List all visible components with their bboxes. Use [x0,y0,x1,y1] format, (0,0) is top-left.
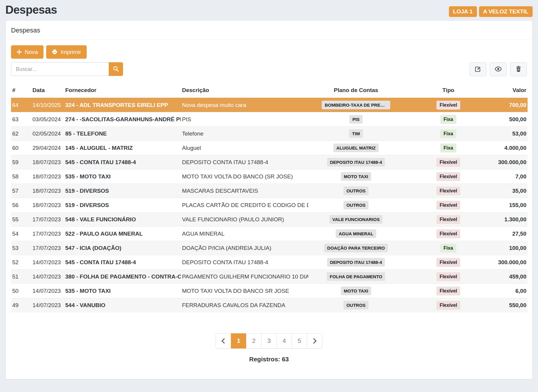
cell-value: 1.300,00 [493,212,528,227]
pagination: 12345 [216,333,322,349]
type-badge: Fixa [440,144,456,153]
cell-date: 18/07/2023 [31,184,64,198]
column-header-date: Data [31,85,64,98]
store-badge[interactable]: LOJA 1 [449,6,477,17]
cell-id: 63 [11,112,31,127]
cell-plan: DEPOSITO ITAU 17488-4 [308,255,404,270]
table-row[interactable]: 6303/05/2024274 - -SACOLITAS-GARANHUNS-A… [11,112,528,127]
table-row[interactable]: 5718/07/2023519 - DIVERSOSMASCARAS DESCA… [11,184,528,198]
pagination-page-5[interactable]: 5 [292,333,307,349]
new-button[interactable]: Nova [11,45,43,59]
table-row[interactable]: 5014/07/2023535 - MOTO TAXIMOTO TAXI VOL… [11,284,528,298]
plan-badge: ALUGUEL MATRIZ [333,144,379,152]
table-header-row: # Data Fornecedor Descrição Plano de Con… [11,85,528,98]
pagination-page-3[interactable]: 3 [261,333,277,349]
cell-value: 4.000,00 [493,141,528,155]
search-group [11,62,123,76]
page: Despesas LOJA 1A VELOZ TEXTIL Despesas N… [0,0,538,379]
cell-id: 62 [11,127,31,141]
cell-supplier: 545 - CONTA ITAU 17488-4 [64,255,181,270]
cell-value: 35,00 [493,184,528,198]
cell-date: 29/04/2024 [31,141,64,155]
cell-type: Flexível [404,184,493,198]
cell-value: 155,00 [493,198,528,212]
table-row[interactable]: 6202/05/202485 - TELEFONETelefoneTIMFixa… [11,127,528,141]
cell-supplier: 85 - TELEFONE [64,127,181,141]
cell-description: Aluguel [181,141,308,155]
cell-plan: FOLHA DE PAGAMENTO [308,270,404,284]
pagination-page-2[interactable]: 2 [246,333,262,349]
cell-date: 14/07/2023 [31,298,64,312]
table-row[interactable]: 6414/10/2025324 - ADL TRANSPORTES EIRELI… [11,98,528,112]
cell-description: PAGAMENTO GUILHERM FUNCIONARIO 10 DIAS [181,270,308,284]
cell-date: 14/10/2025 [31,98,64,112]
cell-date: 18/07/2023 [31,198,64,212]
table-row[interactable]: 5618/07/2023519 - DIVERSOSPLACAS CARTÃO … [11,198,528,212]
search-icon [113,66,119,73]
cell-plan: DEPOSITO ITAU 17488-4 [308,155,404,169]
cell-date: 18/07/2023 [31,155,64,169]
cell-id: 56 [11,198,31,212]
print-button[interactable]: Imprimir [46,45,87,59]
table-row[interactable]: 6029/04/2024145 - ALUGUEL - MATRIZAlugue… [11,141,528,155]
cell-supplier: 274 - -SACOLITAS-GARANHUNS-ANDRÉ PH… [64,112,181,127]
card-body: Nova Imprimir [6,40,532,368]
edit-button[interactable] [469,62,486,76]
cell-plan: MOTO TAXI [308,169,404,184]
type-badge: Flexível [436,201,461,210]
plan-badge: DEPOSITO ITAU 17488-4 [327,158,385,167]
pencil-square-icon [475,66,481,73]
search-input[interactable] [11,62,109,76]
type-badge: Flexível [436,172,461,181]
cell-plan: MOTO TAXI [308,284,404,298]
cell-date: 14/07/2023 [31,270,64,284]
pagination-next[interactable] [307,333,322,349]
cell-value: 6,00 [493,284,528,298]
cell-plan: PIS [308,112,404,127]
table-row[interactable]: 4914/07/2023544 - VANUBIOFERRADURAS CAVA… [11,298,528,312]
search-button[interactable] [109,62,123,76]
cell-type: Flexível [404,198,493,212]
table-row[interactable]: 5918/07/2023545 - CONTA ITAU 17488-4DEPO… [11,155,528,169]
new-button-label: Nova [25,49,38,55]
type-badge: Flexível [436,186,461,195]
view-button[interactable] [490,62,507,76]
table-row[interactable]: 5818/07/2023535 - MOTO TAXIMOTO TAXI VOL… [11,169,528,184]
table-row[interactable]: 5417/07/2023522 - PAULO AGUA MNERALAGUA … [11,227,528,241]
table-row[interactable]: 5317/07/2023547 - ICIA (DOAÇÃO)DOAÇÃO P/… [11,241,528,255]
pagination-prev[interactable] [216,333,231,349]
cell-date: 03/05/2024 [31,112,64,127]
cell-date: 18/07/2023 [31,169,64,184]
pagination-page-1[interactable]: 1 [231,333,246,349]
cell-description: FERRADURAS CAVALOS DA FAZENDA [181,298,308,312]
table-row[interactable]: 5114/07/2023380 - FOLHA DE PAGAMENTO - C… [11,270,528,284]
pagination-page-4[interactable]: 4 [276,333,292,349]
delete-button[interactable] [510,62,527,76]
column-header-id: # [11,85,31,98]
type-badge: Flexível [436,101,461,110]
chevron-left-icon [221,338,227,343]
printer-icon [52,49,57,55]
cell-type: Flexível [404,155,493,169]
plan-badge: MOTO TAXI [341,287,371,295]
table-row[interactable]: 5214/07/2023545 - CONTA ITAU 17488-4DEPO… [11,255,528,270]
search-row [11,62,527,76]
cell-description: MOTO TAXI VOLTA DO BANCO (SR JOSE) [181,169,308,184]
eye-icon [495,66,502,72]
table-row[interactable]: 5517/07/2023548 - VALE FUNCIONÁRIOVALE F… [11,212,528,227]
plan-badge: OUTROS [343,201,368,209]
cell-id: 49 [11,298,31,312]
cell-description: PIS [181,112,308,127]
cell-supplier: 545 - CONTA ITAU 17488-4 [64,155,181,169]
cell-id: 57 [11,184,31,198]
cell-type: Flexível [404,169,493,184]
cell-value: 53,00 [493,127,528,141]
type-badge: Flexível [436,258,461,267]
store-badge[interactable]: A VELOZ TEXTIL [479,6,533,17]
cell-value: 100,00 [493,241,528,255]
type-badge: Fixa [440,115,456,124]
cell-plan: OUTROS [308,184,404,198]
trash-icon [516,66,521,73]
card-title: Despesas [6,21,532,40]
cell-value: 700,00 [493,98,528,112]
